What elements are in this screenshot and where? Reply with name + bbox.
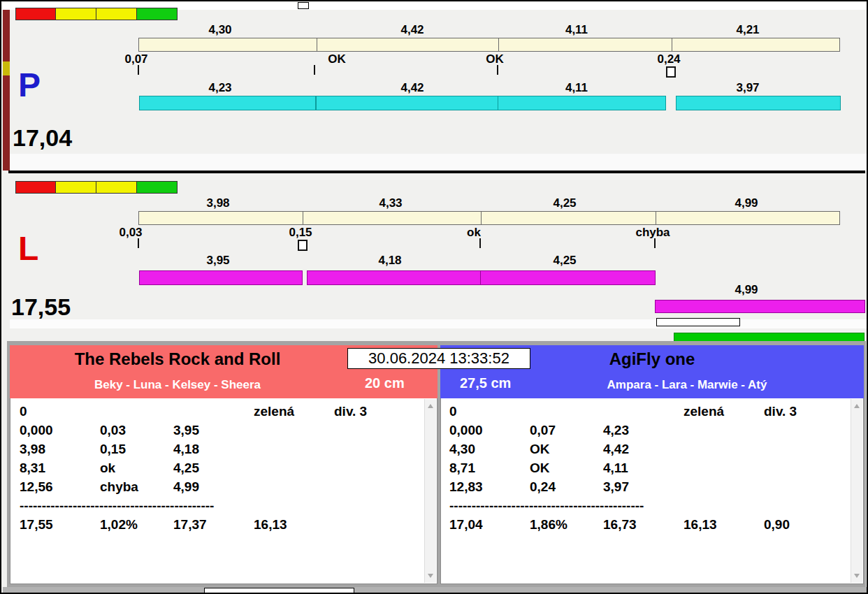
left-team-dogs: Beky - Luna - Kelsey - Sheera <box>10 378 345 392</box>
timing-window: 4,30 4,42 4,11 4,21 0,07 OK OK 0,24 4,23… <box>0 0 868 594</box>
cell <box>334 423 437 442</box>
cell: div. 3 <box>334 404 437 423</box>
lane-separator-strip <box>10 154 867 171</box>
cell <box>683 423 764 442</box>
table-row: 8,31 ok 4,25 <box>10 461 437 479</box>
p-run-bar-segment <box>676 96 841 110</box>
cell <box>173 404 254 423</box>
p-gate-mark: OK <box>460 52 530 66</box>
top-window-fragment <box>298 2 309 9</box>
traffic-green-icon <box>137 8 178 20</box>
table-row: 12,83 0,24 3,97 <box>441 479 863 498</box>
gate-tick <box>654 238 656 248</box>
left-team-title: The Rebels Rock and Roll <box>10 349 345 369</box>
right-category-label: 27,5 cm <box>460 375 511 391</box>
traffic-red-icon <box>15 8 56 20</box>
cell: 0 <box>20 404 100 423</box>
l-gate-mark: ok <box>439 226 509 240</box>
scroll-up-icon[interactable] <box>428 404 433 408</box>
cell: 0,07 <box>530 423 603 442</box>
cell: 4,30 <box>449 442 530 461</box>
table-row: 0,000 0,07 4,23 <box>441 423 863 442</box>
cell: 4,18 <box>173 442 254 461</box>
cell: 0,90 <box>764 517 863 536</box>
right-team-dogs: Ampara - Lara - Marwie - Atý <box>510 378 864 392</box>
cell: 0,000 <box>20 423 100 442</box>
cell <box>254 442 334 461</box>
right-scrollbar[interactable] <box>851 399 862 583</box>
cell <box>530 404 603 423</box>
cell: zelená <box>254 404 334 423</box>
cell: 0,15 <box>100 442 173 461</box>
cell: 12,83 <box>449 479 530 498</box>
l-run-bar-segment <box>139 270 303 285</box>
p-run-time: 4,42 <box>377 81 447 95</box>
left-results-body: 0 zelená div. 3 0,000 0,03 3,95 3,98 0,1… <box>10 398 437 584</box>
left-scrollbar[interactable] <box>424 399 436 583</box>
cell <box>764 479 863 498</box>
gate-tick <box>138 65 139 75</box>
cell <box>764 461 863 479</box>
p-run-time: 3,97 <box>713 81 783 95</box>
traffic-green-icon <box>137 181 178 194</box>
gate-marker-box <box>666 66 676 78</box>
cell <box>334 461 437 479</box>
cell: 0,000 <box>449 423 530 442</box>
l-lane-letter: L <box>18 232 38 266</box>
cell: 1,86% <box>530 517 603 536</box>
l-run-bar-segment <box>480 270 656 285</box>
scroll-down-icon[interactable] <box>854 574 860 578</box>
cell: 8,31 <box>20 461 100 479</box>
l-run-time: 3,95 <box>183 254 253 268</box>
cell: zelená <box>683 404 764 423</box>
cell <box>764 423 863 442</box>
p-gate-mark: OK <box>302 52 372 66</box>
p-run-time: 4,23 <box>185 81 255 95</box>
p-lane-letter: P <box>18 68 41 102</box>
p-sector-time: 4,11 <box>542 23 612 37</box>
cell <box>100 404 173 423</box>
cell <box>254 461 334 479</box>
table-row: 0,000 0,03 3,95 <box>10 423 437 442</box>
l-run-time: 4,99 <box>711 283 781 297</box>
cell <box>764 442 863 461</box>
cell: 16,13 <box>254 517 334 536</box>
scroll-down-icon[interactable] <box>428 574 433 578</box>
bottom-edge-strip <box>3 587 867 594</box>
cell: 3,97 <box>603 479 683 498</box>
l-run-bar-segment <box>307 270 481 285</box>
p-total-time: 17,04 <box>13 126 72 150</box>
p-sector-time: 4,21 <box>713 23 783 37</box>
datetime-display: 30.06.2024 13:33:52 <box>347 348 530 369</box>
cell: 4,23 <box>603 423 683 442</box>
p-traffic-light <box>15 8 178 20</box>
cell: 1,02% <box>100 517 173 536</box>
right-team-panel: AgiFly one Ampara - Lara - Marwie - Atý … <box>440 345 864 584</box>
cell: 16,73 <box>603 517 683 536</box>
l-gate-mark: 0,15 <box>266 226 335 240</box>
l-traffic-light <box>15 181 178 194</box>
table-row: 12,56 chyba 4,99 <box>10 479 437 498</box>
l-total-time: 17,55 <box>11 295 71 319</box>
cell: 17,55 <box>20 517 100 536</box>
traffic-yellow-icon <box>56 8 96 20</box>
table-row: 0 zelená div. 3 <box>10 404 437 423</box>
progress-outline-box <box>656 318 740 326</box>
gate-tick <box>497 65 498 75</box>
cell: OK <box>530 442 603 461</box>
gate-tick <box>314 65 315 75</box>
left-team-panel: The Rebels Rock and Roll Beky - Luna - K… <box>10 345 437 584</box>
cell: ok <box>100 461 173 479</box>
gate-marker-box <box>298 240 308 251</box>
cell: 0,03 <box>100 423 173 442</box>
cell: 17,37 <box>173 517 254 536</box>
table-row: 4,30 OK 4,42 <box>441 442 863 461</box>
l-sector-time: 4,99 <box>711 196 781 210</box>
cell: 3,98 <box>20 442 100 461</box>
p-sector-time: 4,30 <box>185 23 255 37</box>
l-sector-time: 4,25 <box>530 196 600 210</box>
traffic-red-icon <box>15 181 56 194</box>
scroll-up-icon[interactable] <box>854 404 860 408</box>
p-sector-time: 4,42 <box>377 23 447 37</box>
p-gate-mark: 0,07 <box>101 52 171 66</box>
